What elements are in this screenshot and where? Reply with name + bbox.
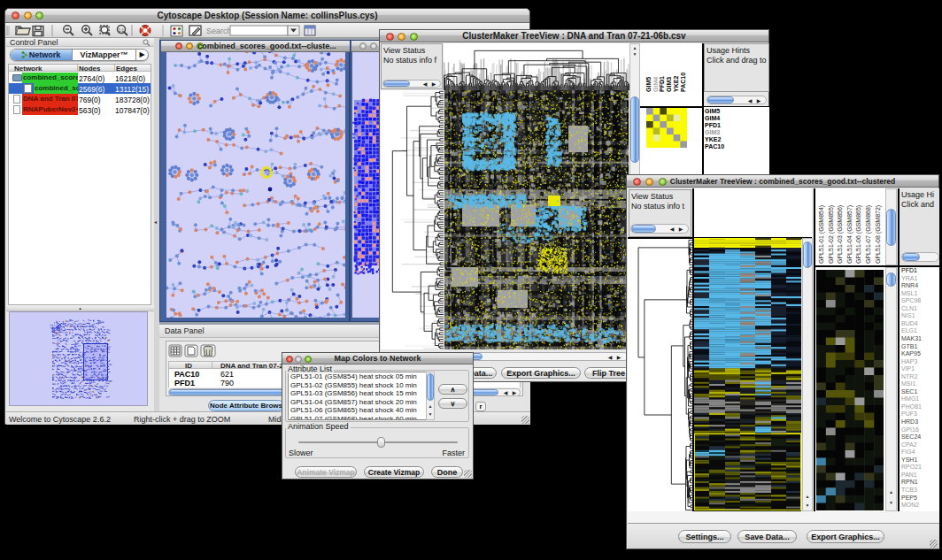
svg-text:1:1: 1:1 <box>119 28 125 33</box>
svg-text:Search:: Search: <box>206 27 234 35</box>
